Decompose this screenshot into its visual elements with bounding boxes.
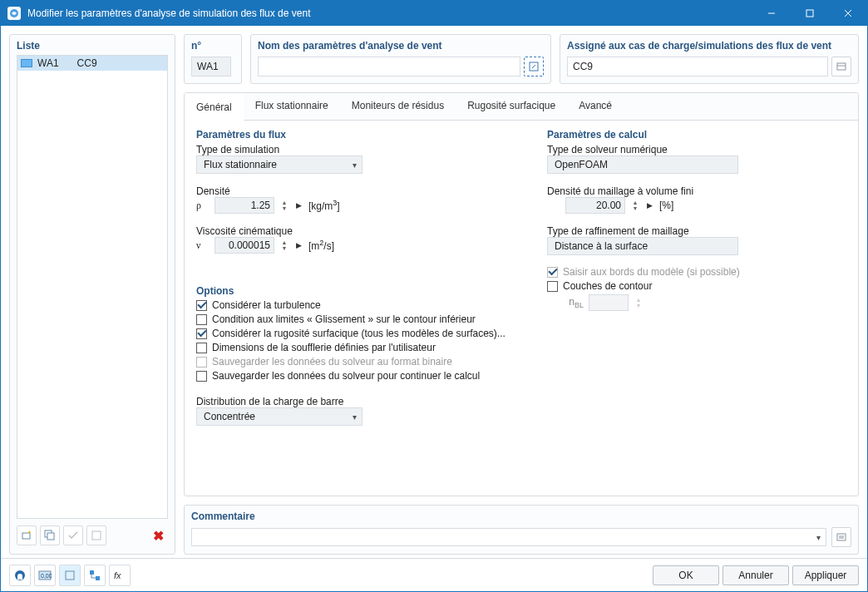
window-title: Modifier les paramètres d'analyse de sim… <box>27 7 752 19</box>
help-button[interactable] <box>9 565 31 586</box>
checkbox-icon <box>196 328 207 339</box>
opt-layers[interactable]: Couches de contour <box>547 280 846 292</box>
content-row: Liste WA1 CC9 ✖ <box>1 26 867 558</box>
svg-text:fx: fx <box>114 570 121 580</box>
mesh-density-unit: [%] <box>659 200 673 211</box>
check-button[interactable] <box>63 525 83 545</box>
solver-value: OpenFOAM <box>555 159 608 170</box>
cancel-button[interactable]: Annuler <box>723 565 789 585</box>
sim-type-value: Flux stationnaire <box>204 159 277 170</box>
sim-type-select[interactable]: Flux stationnaire ▾ <box>196 155 362 174</box>
dist-value: Concentrée <box>204 411 255 422</box>
col-left: Paramètres du flux Type de simulation Fl… <box>196 129 530 487</box>
name-field-box: Nom des paramètres d'analyse de vent <box>250 34 551 84</box>
maximize-button[interactable] <box>791 1 829 26</box>
tab-residual-monitors[interactable]: Moniteurs de résidus <box>340 93 456 120</box>
viscosity-row: ν 0.000015 ▲▼ ▶ [m2/s] <box>196 237 530 254</box>
number-value[interactable]: WA1 <box>191 57 231 76</box>
comment-title: Commentaire <box>191 511 851 522</box>
units-button[interactable]: 0,00 <box>34 565 56 586</box>
number-field-box: n° WA1 <box>184 34 242 84</box>
close-button[interactable] <box>829 1 867 26</box>
checkbox-icon <box>196 343 207 353</box>
solver-select[interactable]: OpenFOAM <box>547 155 738 174</box>
checkbox-icon <box>547 267 558 278</box>
options-group: Options Considérer la turbulence Conditi… <box>196 285 530 426</box>
viscosity-label: Viscosité cinématique <box>196 225 530 237</box>
svg-rect-5 <box>22 533 30 539</box>
viscosity-input[interactable]: 0.000015 <box>215 237 274 254</box>
svg-rect-18 <box>66 571 74 580</box>
list-item-assign: CC9 <box>77 57 97 69</box>
apply-button[interactable]: Appliquer <box>792 565 859 585</box>
flow-title: Paramètres du flux <box>196 129 530 141</box>
copy-item-button[interactable] <box>40 525 60 545</box>
solver-label: Type de solveur numérique <box>547 144 846 155</box>
viscosity-unit: [m2/s] <box>308 239 334 252</box>
assign-input[interactable]: CC9 <box>567 57 828 76</box>
nbl-label: nBL <box>564 296 584 309</box>
new-item-button[interactable] <box>17 525 37 545</box>
opt-turbulence[interactable]: Considérer la turbulence <box>196 299 530 311</box>
mesh-density-apply-icon[interactable]: ▶ <box>647 201 653 210</box>
svg-rect-12 <box>837 534 846 540</box>
view-button[interactable] <box>59 565 81 586</box>
delete-button[interactable]: ✖ <box>148 528 168 544</box>
density-input[interactable]: 1.25 <box>215 197 274 214</box>
mesh-density-label: Densité du maillage à volume fini <box>547 185 846 197</box>
opt-roughness[interactable]: Considérer la rugosité surfacique (tous … <box>196 328 530 339</box>
opt-dims[interactable]: Dimensions de la soufflerie définies par… <box>196 342 530 353</box>
checkbox-icon <box>196 314 207 325</box>
list-area[interactable]: WA1 CC9 <box>17 55 168 519</box>
tab-advanced[interactable]: Avancé <box>567 93 624 120</box>
uncheck-button[interactable] <box>86 525 106 545</box>
tab-general[interactable]: Général <box>185 93 244 121</box>
chevron-down-icon: ▾ <box>353 412 357 422</box>
dialog-body: Liste WA1 CC9 ✖ <box>1 26 867 591</box>
checkbox-icon <box>547 281 558 292</box>
dist-label: Distribution de la charge de barre <box>196 396 530 407</box>
opt-save-continue[interactable]: Sauvegarder les données du solveur pour … <box>196 370 530 382</box>
svg-rect-8 <box>92 531 101 540</box>
opt-snap: Saisir aux bords du modèle (si possible) <box>547 266 846 278</box>
refine-select[interactable]: Distance à la surface <box>547 237 738 255</box>
density-spinner[interactable]: ▲▼ <box>279 200 289 211</box>
ok-button[interactable]: OK <box>653 565 719 585</box>
titlebar: Modifier les paramètres d'analyse de sim… <box>1 1 867 26</box>
svg-rect-7 <box>47 533 54 540</box>
options-title: Options <box>196 285 530 297</box>
chevron-down-icon: ▾ <box>353 160 357 170</box>
tab-surface-roughness[interactable]: Rugosité surfacique <box>456 93 567 120</box>
main-panel: Général Flux stationnaire Moniteurs de r… <box>184 92 859 496</box>
nbl-row: nBL ▲▼ <box>564 294 846 311</box>
comment-input[interactable]: ▾ <box>191 528 826 546</box>
svg-text:0,00: 0,00 <box>41 573 52 579</box>
opt-slip[interactable]: Condition aux limites « Glissement » sur… <box>196 313 530 325</box>
comment-library-button[interactable] <box>831 527 851 547</box>
viscosity-spinner[interactable]: ▲▼ <box>279 239 289 251</box>
sim-type-label: Type de simulation <box>196 144 530 155</box>
mesh-density-spinner[interactable]: ▲▼ <box>630 200 640 211</box>
minimize-button[interactable] <box>752 1 791 26</box>
mesh-density-input[interactable]: 20.00 <box>565 197 625 214</box>
svg-rect-10 <box>837 63 846 70</box>
tab-steady-flow[interactable]: Flux stationnaire <box>244 93 340 120</box>
name-input[interactable] <box>258 57 520 76</box>
list-item-code: WA1 <box>37 57 59 69</box>
dist-select[interactable]: Concentrée ▾ <box>196 407 362 426</box>
tab-content: Paramètres du flux Type de simulation Fl… <box>185 121 858 496</box>
calc-title: Paramètres de calcul <box>547 129 846 141</box>
list-item[interactable]: WA1 CC9 <box>17 56 167 71</box>
fx-button[interactable]: fx <box>109 565 131 586</box>
edit-name-button[interactable] <box>524 57 544 76</box>
density-label: Densité <box>196 185 530 197</box>
footer: 0,00 fx OK Annuler Appliquer <box>1 558 867 591</box>
tree-button[interactable] <box>84 565 106 586</box>
viscosity-symbol: ν <box>196 239 210 252</box>
viscosity-apply-icon[interactable]: ▶ <box>296 241 302 249</box>
left-panel: Liste WA1 CC9 ✖ <box>9 34 175 555</box>
opt-save-binary: Sauvegarder les données du solveur au fo… <box>196 356 530 368</box>
flow-group: Paramètres du flux Type de simulation Fl… <box>196 129 530 254</box>
density-apply-icon[interactable]: ▶ <box>296 201 302 210</box>
assign-pick-button[interactable] <box>831 57 851 76</box>
